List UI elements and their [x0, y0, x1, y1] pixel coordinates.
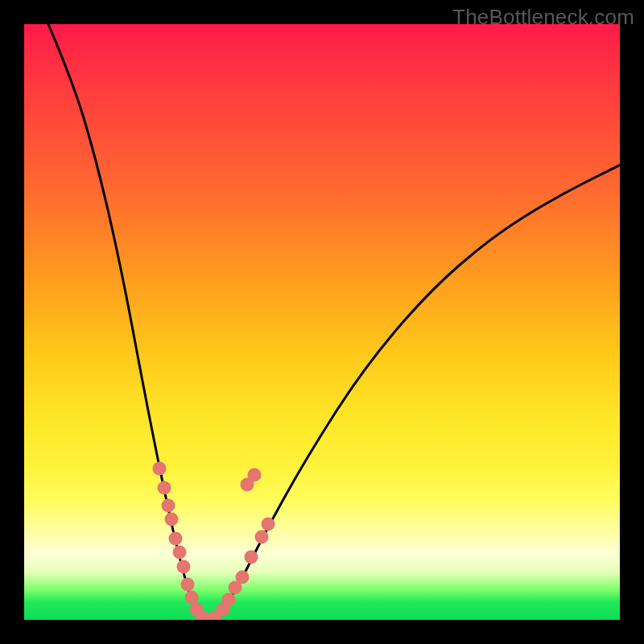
sample-dots: [153, 462, 275, 621]
sample-dot: [158, 481, 171, 495]
sample-dot: [162, 499, 175, 513]
sample-dot: [177, 560, 191, 574]
sample-dot: [185, 591, 199, 605]
sample-dot: [165, 513, 179, 526]
sample-dot: [248, 469, 262, 482]
sample-dot: [169, 532, 183, 546]
plot-area: [24, 24, 620, 620]
curve-left-arm: [48, 24, 205, 620]
sample-dot: [222, 593, 236, 607]
chart-stage: TheBottleneck.com: [0, 0, 644, 644]
sample-dot: [255, 530, 269, 544]
curve-right-arm: [205, 165, 620, 620]
sample-dot: [153, 462, 167, 476]
curve-layer: [24, 24, 620, 620]
sample-dot: [173, 546, 187, 559]
sample-dot: [262, 518, 275, 531]
sample-dot: [236, 571, 250, 584]
sample-dot: [245, 551, 258, 564]
sample-dot: [181, 578, 195, 592]
